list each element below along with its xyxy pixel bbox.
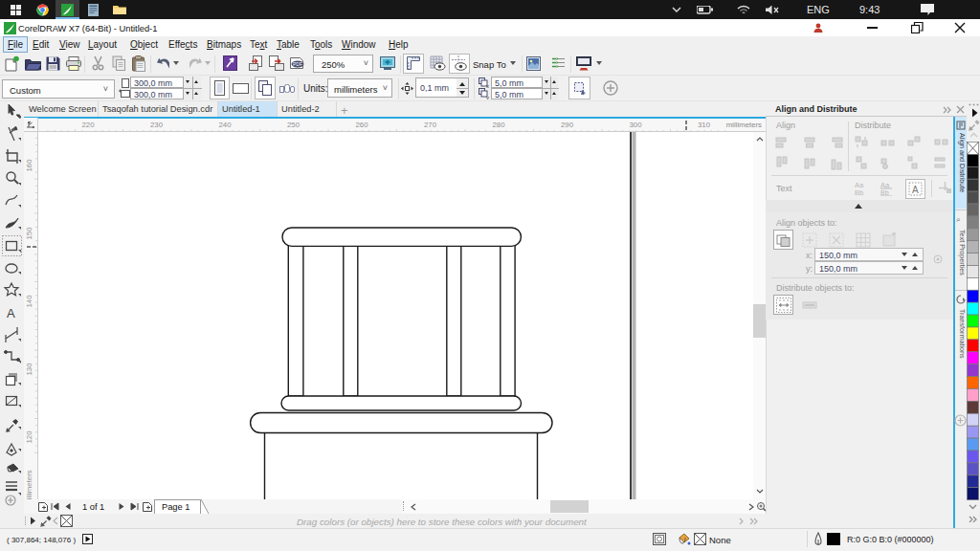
svg-text:120: 120 [25,430,33,444]
svg-text:y: y [486,95,489,99]
svg-text:220: 220 [81,121,95,129]
svg-text:140: 140 [25,295,33,308]
svg-text:300: 300 [629,121,642,129]
svg-text:280: 280 [492,121,505,129]
svg-text:240: 240 [218,121,232,129]
svg-text:A: A [7,306,15,320]
svg-text:millimeters: millimeters [25,470,33,499]
svg-text:310: 310 [698,121,711,129]
svg-text:250: 250 [287,121,301,129]
svg-text:270: 270 [424,121,437,129]
svg-text:290: 290 [561,121,574,129]
svg-text:130: 130 [25,363,33,376]
svg-text:Bb: Bb [880,189,889,196]
svg-text:⌕: ⌕ [956,215,960,224]
svg-text:A: A [912,185,919,195]
svg-text:millimeters: millimeters [726,121,762,129]
svg-text:230: 230 [150,121,164,129]
svg-text:Bb: Bb [855,188,863,196]
svg-text:150: 150 [25,227,33,240]
svg-text:PDF: PDF [293,61,302,67]
svg-text:160: 160 [25,159,33,172]
svg-text:260: 260 [355,121,368,129]
